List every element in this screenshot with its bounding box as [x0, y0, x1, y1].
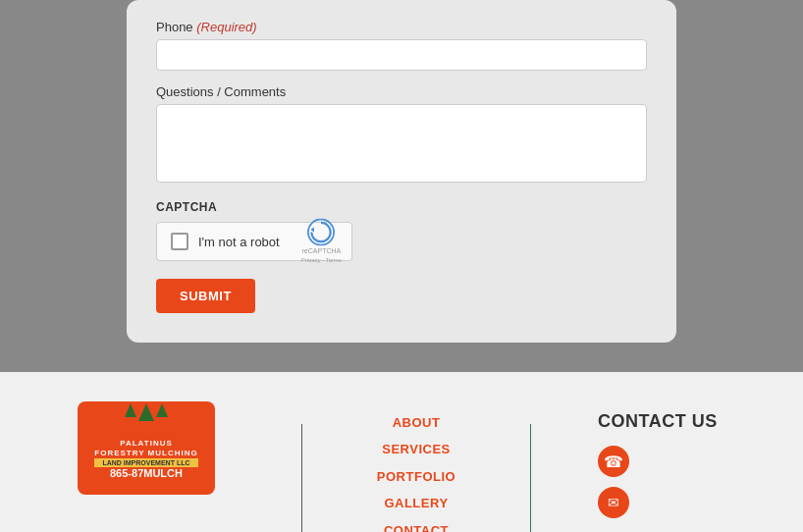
submit-button[interactable]: SUBMIT [156, 279, 255, 313]
phone-contact-row: ☎ [598, 446, 725, 477]
captcha-label: CAPTCHA [156, 200, 647, 214]
recaptcha-icon [307, 219, 335, 246]
form-section: Phone (Required) Questions / Comments CA… [0, 0, 803, 372]
nav-services[interactable]: SERVICES [382, 438, 451, 460]
phone-required-text: (Required) [196, 20, 256, 34]
captcha-box[interactable]: I'm not a robot reCAPTCHAPrivacy - Terms [156, 222, 352, 261]
footer-divider-right [530, 424, 531, 532]
logo-sub-text: LAND IMPROVEMENT LLC [94, 458, 197, 467]
email-symbol: ✉ [608, 495, 619, 510]
logo-trees [78, 403, 215, 421]
logo-top-text: PALATINUS FORESTRY MULCHING [94, 439, 197, 457]
comments-textarea[interactable] [156, 104, 647, 183]
recaptcha-text: reCAPTCHAPrivacy - Terms [301, 246, 342, 265]
nav-contact[interactable]: CONTACT [384, 519, 449, 532]
logo-top-line1: PALATINUS [120, 439, 173, 448]
footer-logo-area: PALATINUS FORESTRY MULCHING LAND IMPROVE… [78, 401, 235, 495]
footer-section: PALATINUS FORESTRY MULCHING LAND IMPROVE… [0, 372, 803, 532]
phone-input[interactable] [156, 39, 647, 71]
tree-icon-1 [125, 403, 136, 417]
nav-gallery[interactable]: GALLERY [384, 492, 448, 514]
svg-marker-1 [311, 227, 315, 232]
footer-nav: ABOUT SERVICES PORTFOLIO GALLERY CONTACT… [368, 401, 464, 532]
phone-icon[interactable]: ☎ [598, 446, 629, 477]
logo-badge: PALATINUS FORESTRY MULCHING LAND IMPROVE… [78, 401, 215, 495]
phone-symbol: ☎ [604, 452, 623, 471]
captcha-main-text: I'm not a robot [198, 235, 280, 249]
logo-text-area: PALATINUS FORESTRY MULCHING LAND IMPROVE… [94, 439, 197, 478]
contact-us-title: CONTACT US [598, 411, 725, 432]
phone-label-text: Phone [156, 20, 193, 34]
logo-phone: 865-87MULCH [94, 467, 197, 479]
captcha-text-block: I'm not a robot [198, 235, 280, 249]
logo-top-line2: FORESTRY MULCHING [94, 449, 197, 457]
tree-icon-3 [156, 403, 168, 417]
recaptcha-logo: reCAPTCHAPrivacy - Terms [301, 219, 342, 265]
footer-contact-area: CONTACT US ☎ ✉ [598, 401, 725, 528]
email-contact-row: ✉ [598, 487, 725, 518]
phone-label: Phone (Required) [156, 20, 647, 34]
comments-label-text: Questions / Comments [156, 84, 286, 99]
tree-icon-2 [138, 403, 154, 421]
captcha-checkbox[interactable] [171, 233, 188, 250]
email-icon[interactable]: ✉ [598, 487, 629, 518]
nav-about[interactable]: ABOUT [393, 411, 441, 434]
comments-label: Questions / Comments [156, 84, 647, 99]
footer-divider-left [301, 424, 302, 532]
nav-portfolio[interactable]: PORTFOLIO [377, 465, 455, 488]
footer-content: PALATINUS FORESTRY MULCHING LAND IMPROVE… [58, 401, 745, 532]
form-card: Phone (Required) Questions / Comments CA… [127, 0, 676, 343]
